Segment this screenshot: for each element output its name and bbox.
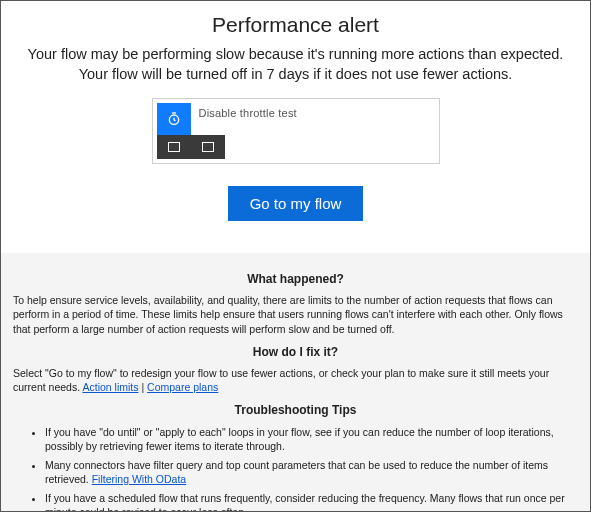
how-fix-heading: How do I fix it? — [11, 344, 580, 360]
card-toolbar — [157, 135, 225, 159]
expand-icon — [202, 142, 214, 152]
expand-icon — [168, 142, 180, 152]
action-limits-link[interactable]: Action limits — [82, 381, 138, 393]
clock-icon — [157, 103, 191, 135]
list-item: Many connectors have filter query and to… — [45, 458, 580, 486]
tips-list: If you have "do until" or "apply to each… — [11, 425, 580, 512]
go-to-my-flow-button[interactable]: Go to my flow — [228, 186, 364, 221]
compare-plans-link[interactable]: Compare plans — [147, 381, 218, 393]
what-happened-body: To help ensure service levels, availabil… — [13, 293, 578, 336]
list-item: If you have a scheduled flow that runs f… — [45, 491, 580, 512]
flow-card: Disable throttle test — [152, 98, 440, 164]
page-subtitle: Your flow may be performing slow because… — [19, 45, 572, 84]
info-section: What happened? To help ensure service le… — [1, 253, 590, 512]
flow-name: Disable throttle test — [191, 103, 305, 135]
how-fix-body: Select "Go to my flow" to redesign your … — [13, 366, 578, 394]
tips-heading: Troubleshooting Tips — [11, 402, 580, 418]
what-happened-heading: What happened? — [11, 271, 580, 287]
list-item: If you have "do until" or "apply to each… — [45, 425, 580, 453]
filtering-odata-link[interactable]: Filtering With OData — [92, 473, 187, 485]
page-title: Performance alert — [19, 13, 572, 37]
